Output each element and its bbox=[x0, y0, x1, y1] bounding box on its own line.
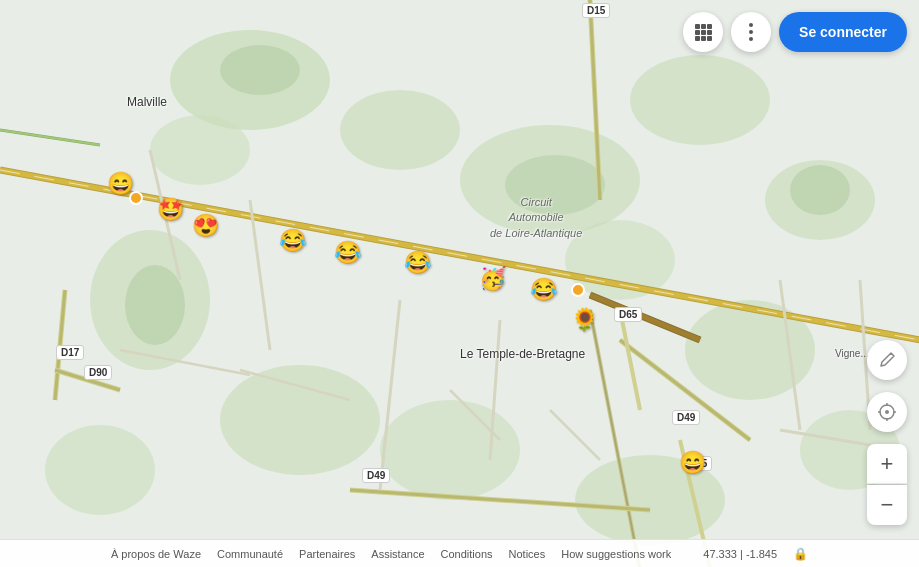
marker-m3[interactable]: 😍 bbox=[192, 213, 219, 239]
grid-button[interactable] bbox=[683, 12, 723, 52]
marker-m6[interactable]: 😂 bbox=[404, 250, 431, 276]
svg-point-18 bbox=[125, 265, 185, 345]
svg-point-8 bbox=[380, 400, 520, 500]
svg-point-17 bbox=[790, 165, 850, 215]
svg-point-61 bbox=[749, 30, 753, 34]
road-d90: D90 bbox=[84, 365, 112, 380]
svg-rect-59 bbox=[707, 36, 712, 41]
footer-link-partners[interactable]: Partenaires bbox=[299, 548, 355, 560]
top-bar: Se connecter bbox=[683, 12, 907, 52]
svg-point-4 bbox=[630, 55, 770, 145]
svg-point-7 bbox=[220, 365, 380, 475]
marker-m7[interactable]: 🥳 bbox=[479, 266, 506, 292]
svg-rect-56 bbox=[707, 30, 712, 35]
svg-rect-57 bbox=[695, 36, 700, 41]
svg-point-13 bbox=[150, 115, 250, 185]
marker-m4[interactable]: 😂 bbox=[279, 228, 306, 254]
footer-link-conditions[interactable]: Conditions bbox=[441, 548, 493, 560]
more-button[interactable] bbox=[731, 12, 771, 52]
connect-button[interactable]: Se connecter bbox=[779, 12, 907, 52]
footer-link-about[interactable]: À propos de Waze bbox=[111, 548, 201, 560]
road-d49b: D49 bbox=[362, 468, 390, 483]
svg-rect-55 bbox=[701, 30, 706, 35]
pencil-icon bbox=[878, 351, 896, 369]
road-d49a: D49 bbox=[672, 410, 700, 425]
locate-icon bbox=[877, 402, 897, 422]
road-d15: D15 bbox=[582, 3, 610, 18]
svg-rect-51 bbox=[695, 24, 700, 29]
marker-m10[interactable]: 😄 bbox=[679, 450, 706, 476]
edit-button[interactable] bbox=[867, 340, 907, 380]
svg-point-64 bbox=[885, 410, 889, 414]
alert-dot-2 bbox=[571, 283, 585, 297]
zoom-out-button[interactable]: − bbox=[867, 485, 907, 525]
marker-m5[interactable]: 😂 bbox=[334, 240, 361, 266]
map-container[interactable]: Malville CircuitAutomobilede Loire-Atlan… bbox=[0, 0, 919, 567]
footer-link-how[interactable]: How suggestions work bbox=[561, 548, 671, 560]
svg-point-62 bbox=[749, 37, 753, 41]
road-d17: D17 bbox=[56, 345, 84, 360]
road-d65a: D65 bbox=[614, 307, 642, 322]
marker-m8[interactable]: 😂 bbox=[530, 277, 557, 303]
footer-link-assistance[interactable]: Assistance bbox=[371, 548, 424, 560]
marker-m2[interactable]: 🤩 bbox=[157, 197, 184, 223]
coordinates-display: 47.333 | -1.845 bbox=[703, 548, 777, 560]
svg-rect-52 bbox=[701, 24, 706, 29]
lock-icon: 🔒 bbox=[793, 547, 808, 561]
grid-icon bbox=[694, 23, 712, 41]
place-circuit: CircuitAutomobilede Loire-Atlantique bbox=[490, 195, 582, 241]
svg-point-15 bbox=[220, 45, 300, 95]
svg-rect-58 bbox=[701, 36, 706, 41]
svg-point-2 bbox=[340, 90, 460, 170]
footer-link-community[interactable]: Communauté bbox=[217, 548, 283, 560]
svg-rect-53 bbox=[707, 24, 712, 29]
more-icon bbox=[749, 23, 753, 41]
svg-rect-54 bbox=[695, 30, 700, 35]
marker-m9[interactable]: 🌻 bbox=[571, 307, 598, 333]
place-malville: Malville bbox=[127, 95, 167, 109]
footer: À propos de Waze Communauté Partenaires … bbox=[0, 539, 919, 567]
place-temple: Le Temple-de-Bretagne bbox=[460, 347, 585, 361]
svg-point-12 bbox=[45, 425, 155, 515]
footer-link-notices[interactable]: Notices bbox=[509, 548, 546, 560]
locate-button[interactable] bbox=[867, 392, 907, 432]
zoom-in-button[interactable]: + bbox=[867, 444, 907, 484]
svg-point-60 bbox=[749, 23, 753, 27]
alert-dot-1 bbox=[129, 191, 143, 205]
